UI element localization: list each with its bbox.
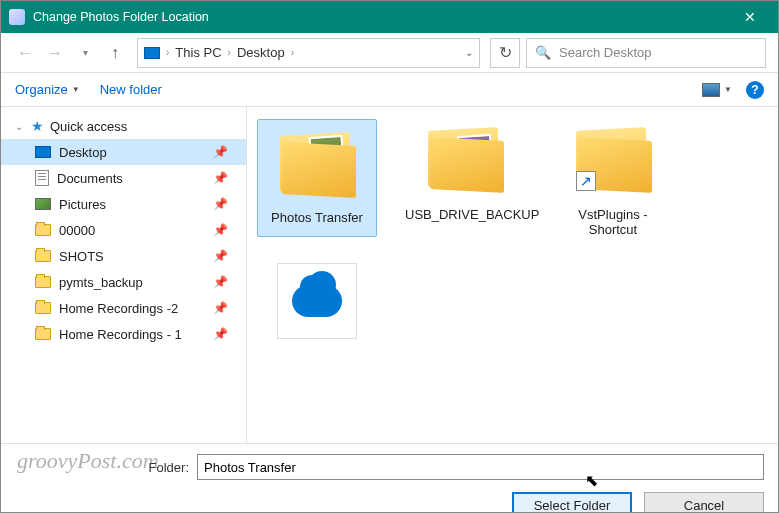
help-button[interactable]: ? bbox=[746, 81, 764, 99]
folder-label: Photos Transfer bbox=[260, 210, 374, 225]
pin-icon: 📌 bbox=[213, 301, 228, 315]
dialog-footer: Folder: Select Folder Cancel bbox=[1, 443, 778, 513]
sidebar-item-folder[interactable]: Home Recordings - 1 📌 bbox=[1, 321, 246, 347]
chevron-down-icon: ⌄ bbox=[15, 121, 25, 132]
folder-icon bbox=[35, 328, 51, 340]
documents-icon bbox=[35, 170, 49, 186]
sidebar-item-documents[interactable]: Documents 📌 bbox=[1, 165, 246, 191]
chevron-right-icon: › bbox=[166, 47, 169, 58]
desktop-icon bbox=[35, 146, 51, 158]
toolbar: Organize▼ New folder ▼ ? bbox=[1, 73, 778, 107]
select-folder-button[interactable]: Select Folder bbox=[512, 492, 632, 513]
forward-button[interactable]: → bbox=[43, 41, 67, 65]
recent-dropdown[interactable]: ▾ bbox=[73, 41, 97, 65]
breadcrumb-current[interactable]: Desktop bbox=[237, 45, 285, 60]
shortcut-icon: ↗ bbox=[576, 171, 596, 191]
address-dropdown[interactable]: ⌄ bbox=[465, 47, 473, 58]
new-folder-button[interactable]: New folder bbox=[100, 82, 162, 97]
folder-item[interactable]: Photos Transfer bbox=[257, 119, 377, 237]
sidebar-item-folder[interactable]: Home Recordings -2 📌 bbox=[1, 295, 246, 321]
star-icon: ★ bbox=[31, 118, 44, 134]
search-placeholder: Search Desktop bbox=[559, 45, 652, 60]
organize-menu[interactable]: Organize▼ bbox=[15, 82, 80, 97]
search-box[interactable]: 🔍 Search Desktop bbox=[526, 38, 766, 68]
folder-label: VstPlugins - Shortcut bbox=[553, 207, 673, 237]
breadcrumb-root[interactable]: This PC bbox=[175, 45, 221, 60]
quick-access-header[interactable]: ⌄ ★ Quick access bbox=[1, 113, 246, 139]
back-button[interactable]: ← bbox=[13, 41, 37, 65]
close-button[interactable]: ✕ bbox=[730, 9, 770, 25]
pin-icon: 📌 bbox=[213, 275, 228, 289]
pin-icon: 📌 bbox=[213, 171, 228, 185]
pin-icon: 📌 bbox=[213, 223, 228, 237]
window-title: Change Photos Folder Location bbox=[33, 10, 730, 24]
chevron-down-icon: ▼ bbox=[72, 85, 80, 94]
up-button[interactable]: ↑ bbox=[103, 41, 127, 65]
onedrive-item[interactable] bbox=[257, 263, 377, 345]
pin-icon: 📌 bbox=[213, 327, 228, 341]
pin-icon: 📌 bbox=[213, 145, 228, 159]
view-icon bbox=[702, 83, 720, 97]
pin-icon: 📌 bbox=[213, 197, 228, 211]
cancel-button[interactable]: Cancel bbox=[644, 492, 764, 513]
folder-icon bbox=[35, 302, 51, 314]
pictures-icon bbox=[35, 198, 51, 210]
folder-field-label: Folder: bbox=[15, 460, 189, 475]
refresh-button[interactable]: ↻ bbox=[490, 38, 520, 68]
cloud-icon bbox=[292, 285, 342, 317]
folder-shortcut-item[interactable]: ↗ VstPlugins - Shortcut bbox=[553, 119, 673, 237]
chevron-right-icon: › bbox=[228, 47, 231, 58]
search-icon: 🔍 bbox=[535, 45, 551, 60]
dialog-window: Change Photos Folder Location ✕ ← → ▾ ↑ … bbox=[0, 0, 779, 513]
folder-name-input[interactable] bbox=[197, 454, 764, 480]
navigation-bar: ← → ▾ ↑ › This PC › Desktop › ⌄ ↻ 🔍 Sear… bbox=[1, 33, 778, 73]
sidebar-item-folder[interactable]: 00000 📌 bbox=[1, 217, 246, 243]
titlebar: Change Photos Folder Location ✕ bbox=[1, 1, 778, 33]
pin-icon: 📌 bbox=[213, 249, 228, 263]
sidebar-item-desktop[interactable]: Desktop 📌 bbox=[1, 139, 246, 165]
folder-icon bbox=[35, 224, 51, 236]
app-icon bbox=[9, 9, 25, 25]
folder-icon bbox=[35, 250, 51, 262]
chevron-down-icon: ▼ bbox=[724, 85, 732, 94]
sidebar-item-folder[interactable]: SHOTS 📌 bbox=[1, 243, 246, 269]
view-mode-button[interactable]: ▼ bbox=[702, 83, 732, 97]
folder-item[interactable]: USB_DRIVE_BACKUP bbox=[405, 119, 525, 237]
folder-icon bbox=[35, 276, 51, 288]
sidebar-item-pictures[interactable]: Pictures 📌 bbox=[1, 191, 246, 217]
file-pane[interactable]: Photos Transfer USB_DRIVE_BACKUP ↗ VstPl… bbox=[247, 107, 778, 443]
pc-icon bbox=[144, 47, 160, 59]
sidebar: ⌄ ★ Quick access Desktop 📌 Documents 📌 P… bbox=[1, 107, 247, 443]
folder-label: USB_DRIVE_BACKUP bbox=[405, 207, 525, 222]
address-bar[interactable]: › This PC › Desktop › ⌄ bbox=[137, 38, 480, 68]
chevron-right-icon: › bbox=[291, 47, 294, 58]
sidebar-item-folder[interactable]: pymts_backup 📌 bbox=[1, 269, 246, 295]
